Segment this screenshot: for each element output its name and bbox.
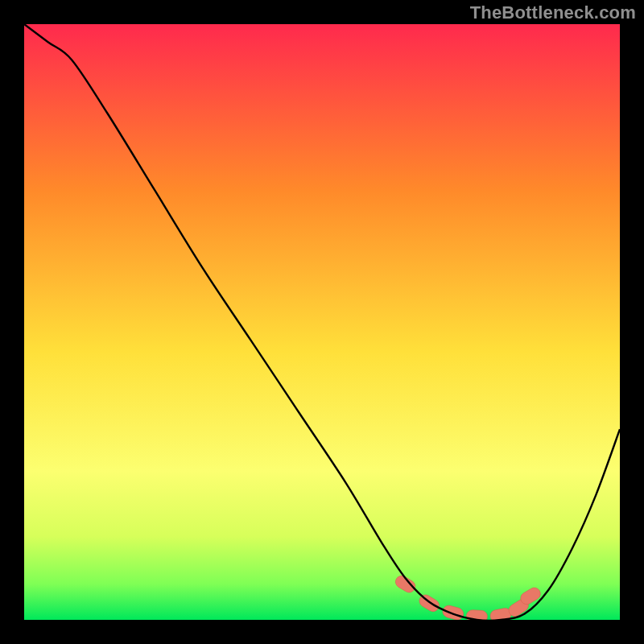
gradient-background: [24, 24, 620, 620]
chart-svg: [24, 24, 620, 620]
chart-frame: TheBottleneck.com: [0, 0, 644, 644]
plot-area: [24, 24, 620, 620]
watermark-text: TheBottleneck.com: [470, 2, 636, 23]
